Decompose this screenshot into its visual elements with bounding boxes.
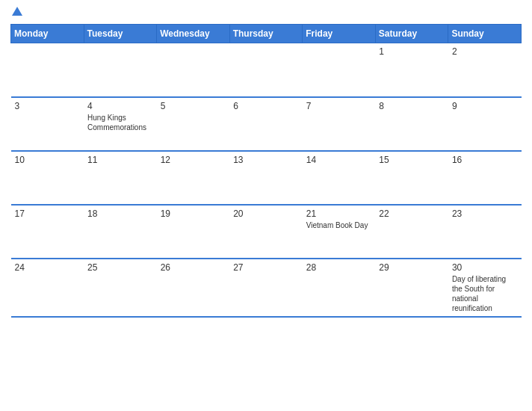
day-number: 23 bbox=[452, 208, 518, 219]
day-cell: 19 bbox=[157, 205, 230, 259]
week-row-3: 10111213141516 bbox=[11, 151, 522, 205]
day-number: 2 bbox=[452, 46, 518, 57]
day-number: 22 bbox=[379, 208, 445, 219]
day-cell bbox=[303, 43, 376, 97]
weekday-header-tuesday: Tuesday bbox=[84, 25, 157, 43]
day-number: 15 bbox=[379, 155, 445, 165]
day-cell: 28 bbox=[303, 259, 376, 317]
week-row-5: 24252627282930Day of liberating the Sout… bbox=[11, 259, 522, 317]
day-number: 9 bbox=[452, 101, 518, 111]
calendar-header bbox=[10, 7, 522, 16]
day-number: 25 bbox=[87, 262, 153, 273]
day-number: 27 bbox=[233, 262, 299, 273]
day-cell: 16 bbox=[448, 151, 522, 205]
day-number: 1 bbox=[379, 46, 445, 57]
day-number: 30 bbox=[452, 262, 518, 273]
calendar-table: MondayTuesdayWednesdayThursdayFridaySatu… bbox=[10, 24, 522, 318]
day-number: 14 bbox=[306, 155, 372, 165]
day-cell: 14 bbox=[303, 151, 376, 205]
day-number: 28 bbox=[306, 262, 372, 273]
day-number: 12 bbox=[161, 155, 226, 165]
day-number: 20 bbox=[233, 208, 299, 219]
day-cell: 11 bbox=[84, 151, 157, 205]
day-number: 4 bbox=[87, 101, 153, 111]
day-number: 26 bbox=[161, 262, 226, 273]
weekday-header-saturday: Saturday bbox=[375, 25, 448, 43]
day-cell: 8 bbox=[375, 97, 448, 151]
weekday-header-thursday: Thursday bbox=[229, 25, 303, 43]
day-number: 16 bbox=[452, 155, 518, 165]
day-cell: 2 bbox=[448, 43, 522, 97]
day-number: 21 bbox=[306, 208, 372, 219]
day-cell: 24 bbox=[11, 259, 84, 317]
day-number: 24 bbox=[15, 262, 81, 273]
day-cell: 12 bbox=[157, 151, 230, 205]
day-cell: 18 bbox=[84, 205, 157, 259]
logo bbox=[10, 7, 23, 16]
day-number: 13 bbox=[233, 155, 299, 165]
logo-triangle-icon bbox=[12, 7, 22, 16]
weekday-header-monday: Monday bbox=[11, 25, 84, 43]
day-number: 10 bbox=[15, 155, 81, 165]
weekday-header-friday: Friday bbox=[303, 25, 376, 43]
weekday-header-wednesday: Wednesday bbox=[157, 25, 230, 43]
day-cell: 27 bbox=[229, 259, 303, 317]
day-cell: 23 bbox=[448, 205, 522, 259]
day-cell: 26 bbox=[157, 259, 230, 317]
day-cell: 9 bbox=[448, 97, 522, 151]
day-cell: 17 bbox=[11, 205, 84, 259]
day-cell: 7 bbox=[303, 97, 376, 151]
day-cell: 10 bbox=[11, 151, 84, 205]
week-row-2: 34Hung Kings Commemorations56789 bbox=[11, 97, 522, 151]
day-number: 11 bbox=[87, 155, 153, 165]
day-cell: 20 bbox=[229, 205, 303, 259]
day-cell: 1 bbox=[375, 43, 448, 97]
day-number: 17 bbox=[15, 208, 81, 219]
weekday-header-row: MondayTuesdayWednesdayThursdayFridaySatu… bbox=[11, 25, 522, 43]
day-cell: 25 bbox=[84, 259, 157, 317]
day-cell bbox=[11, 43, 84, 97]
day-number: 18 bbox=[87, 208, 153, 219]
day-number: 6 bbox=[233, 101, 299, 111]
day-cell: 13 bbox=[229, 151, 303, 205]
calendar-container: MondayTuesdayWednesdayThursdayFridaySatu… bbox=[0, 0, 532, 411]
week-row-4: 1718192021Vietnam Book Day2223 bbox=[11, 205, 522, 259]
weekday-header-sunday: Sunday bbox=[448, 25, 522, 43]
day-cell: 29 bbox=[375, 259, 448, 317]
event-text: Vietnam Book Day bbox=[306, 220, 372, 230]
day-cell: 30Day of liberating the South for nation… bbox=[448, 259, 522, 317]
day-cell: 22 bbox=[375, 205, 448, 259]
day-number: 8 bbox=[379, 101, 445, 111]
day-number: 19 bbox=[161, 208, 226, 219]
day-cell bbox=[84, 43, 157, 97]
day-number: 29 bbox=[379, 262, 445, 273]
day-cell: 6 bbox=[229, 97, 303, 151]
day-cell: 3 bbox=[11, 97, 84, 151]
day-cell bbox=[157, 43, 230, 97]
week-row-1: 12 bbox=[11, 43, 522, 97]
day-number: 5 bbox=[161, 101, 226, 111]
event-text: Day of liberating the South for national… bbox=[452, 274, 518, 313]
day-cell: 15 bbox=[375, 151, 448, 205]
day-cell: 4Hung Kings Commemorations bbox=[84, 97, 157, 151]
day-number: 7 bbox=[306, 101, 372, 111]
day-cell: 5 bbox=[157, 97, 230, 151]
day-cell: 21Vietnam Book Day bbox=[303, 205, 376, 259]
event-text: Hung Kings Commemorations bbox=[87, 113, 153, 132]
day-cell bbox=[229, 43, 303, 97]
day-number: 3 bbox=[15, 101, 81, 111]
